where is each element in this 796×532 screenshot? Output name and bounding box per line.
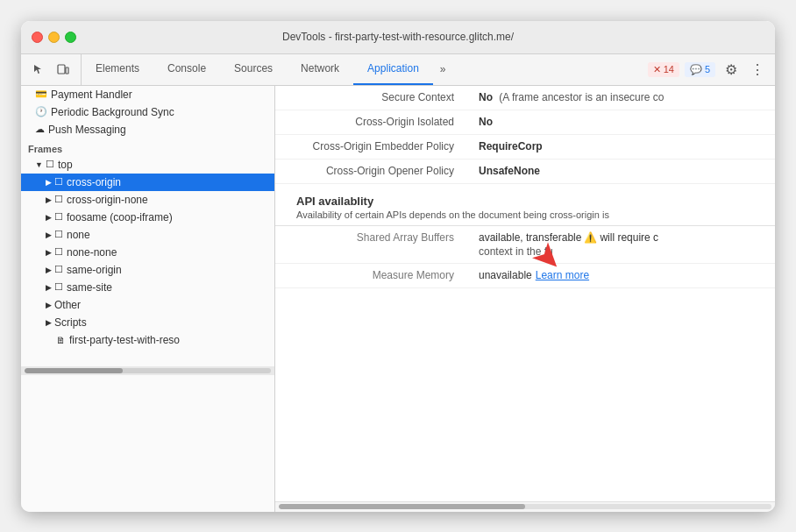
sidebar-item-same-site[interactable]: ▶ ☐ same-site bbox=[21, 279, 274, 296]
traffic-lights bbox=[32, 32, 76, 43]
info-badge[interactable]: 💬 5 bbox=[685, 62, 715, 77]
secure-context-val: No bbox=[479, 91, 493, 103]
tab-sources[interactable]: Sources bbox=[220, 54, 287, 85]
frame-icon-top: ☐ bbox=[46, 159, 54, 170]
payment-handler-icon: 💳 bbox=[35, 89, 47, 100]
measure-memory-value: unavailable bbox=[479, 269, 532, 281]
sidebar-item-label-push: Push Messaging bbox=[48, 124, 126, 136]
chevron-right-icon-3: ▶ bbox=[46, 213, 52, 222]
sidebar-item-push-messaging[interactable]: ☁ Push Messaging bbox=[21, 121, 274, 138]
api-section-title: API availablity bbox=[296, 195, 754, 208]
sidebar-item-other[interactable]: ▶ Other bbox=[21, 296, 274, 314]
shared-array-value-line1: available, transferable ⚠️ will require … bbox=[479, 231, 764, 244]
cross-origin-isolated-row: Cross-Origin Isolated No bbox=[275, 110, 775, 135]
frame-icon-none: ☐ bbox=[54, 229, 63, 240]
sidebar-scrollbar[interactable] bbox=[21, 366, 274, 375]
chevron-down-icon: ▼ bbox=[35, 160, 43, 169]
frames-section-header: Frames bbox=[21, 138, 274, 156]
sidebar-item-cross-origin[interactable]: ▶ ☐ cross-origin bbox=[21, 174, 274, 191]
learn-more-link[interactable]: Learn more bbox=[536, 269, 589, 281]
sidebar-label-none-none: none-none bbox=[67, 246, 117, 259]
coo-policy-value: UnsafeNone bbox=[468, 160, 775, 183]
sidebar-item-top[interactable]: ▼ ☐ top bbox=[21, 156, 274, 174]
toolbar-right: ✕ 14 💬 5 ⚙ ⋮ bbox=[641, 54, 775, 85]
frame-icon-same-origin: ☐ bbox=[54, 264, 63, 275]
sidebar-item-payment-handler[interactable]: 💳 Payment Handler bbox=[21, 86, 274, 103]
sidebar-item-none-none[interactable]: ▶ ☐ none-none bbox=[21, 244, 274, 261]
sidebar-item-label-payment: Payment Handler bbox=[51, 89, 132, 101]
frame-icon-none-none: ☐ bbox=[54, 246, 63, 258]
minimize-button[interactable] bbox=[48, 32, 60, 43]
sidebar-item-scripts[interactable]: ▶ Scripts bbox=[21, 314, 274, 331]
sidebar-label-none: none bbox=[67, 229, 90, 241]
shared-array-value-cell: available, transferable ⚠️ will require … bbox=[468, 226, 775, 263]
api-section-header: API availablity Availability of certain … bbox=[275, 184, 775, 226]
tab-elements[interactable]: Elements bbox=[82, 54, 153, 85]
sidebar-item-periodic-bg-sync[interactable]: 🕐 Periodic Background Sync bbox=[21, 103, 274, 121]
frame-icon-cross-origin: ☐ bbox=[54, 176, 63, 188]
info-icon: 💬 bbox=[690, 64, 702, 75]
settings-button[interactable]: ⚙ bbox=[721, 59, 742, 80]
device-icon[interactable] bbox=[53, 59, 74, 80]
cursor-icon[interactable] bbox=[28, 59, 49, 80]
sidebar-label-same-origin: same-origin bbox=[67, 264, 122, 276]
sidebar-label-co-none: cross-origin-none bbox=[67, 194, 148, 206]
sidebar: 💳 Payment Handler 🕐 Periodic Background … bbox=[21, 86, 275, 512]
sidebar-item-first-party[interactable]: 🗎 first-party-test-with-reso bbox=[21, 331, 274, 349]
api-section-desc: Availability of certain APIs depends on … bbox=[296, 209, 754, 220]
shared-array-label: Shared Array Buffers bbox=[275, 226, 468, 263]
titlebar: DevTools - first-party-test-with-resourc… bbox=[21, 21, 775, 54]
sidebar-label-other: Other bbox=[54, 299, 81, 311]
maximize-button[interactable] bbox=[65, 32, 76, 43]
menu-button[interactable]: ⋮ bbox=[747, 59, 768, 80]
scroll-track bbox=[279, 504, 771, 509]
content-scrollbar[interactable] bbox=[275, 501, 775, 512]
chevron-right-icon-5: ▶ bbox=[46, 248, 52, 257]
secure-context-note: (A frame ancestor is an insecure co bbox=[499, 91, 664, 103]
file-icon: 🗎 bbox=[56, 335, 66, 345]
sidebar-label-first-party: first-party-test-with-reso bbox=[69, 334, 180, 346]
error-badge[interactable]: ✕ 14 bbox=[648, 62, 679, 77]
toolbar: Elements Console Sources Network Applica… bbox=[21, 54, 775, 86]
content-panel: Secure Context No (A frame ancestor is a… bbox=[275, 86, 775, 512]
tab-application[interactable]: Application bbox=[353, 54, 433, 85]
sidebar-label-foosame: foosame (coop-iframe) bbox=[67, 211, 173, 223]
periodic-bg-sync-icon: 🕐 bbox=[35, 106, 47, 117]
info-count: 5 bbox=[705, 64, 710, 74]
sidebar-label-cross-origin: cross-origin bbox=[67, 176, 121, 188]
devtools-window: DevTools - first-party-test-with-resourc… bbox=[21, 21, 775, 512]
warning-icon: ⚠️ bbox=[584, 231, 597, 244]
more-tabs-button[interactable]: » bbox=[433, 54, 453, 85]
sidebar-item-cross-origin-none[interactable]: ▶ ☐ cross-origin-none bbox=[21, 191, 274, 209]
measure-memory-value-cell: unavailable Learn more bbox=[468, 264, 775, 287]
frame-icon-same-site: ☐ bbox=[54, 281, 63, 293]
tab-console[interactable]: Console bbox=[153, 54, 220, 85]
main-content: 💳 Payment Handler 🕐 Periodic Background … bbox=[21, 86, 775, 512]
measure-memory-content: unavailable Learn more bbox=[479, 269, 764, 281]
coe-policy-row: Cross-Origin Embedder Policy RequireCorp bbox=[275, 135, 775, 160]
coe-policy-value: RequireCorp bbox=[468, 135, 775, 159]
tab-network[interactable]: Network bbox=[287, 54, 353, 85]
coo-policy-row: Cross-Origin Opener Policy UnsafeNone bbox=[275, 160, 775, 184]
sidebar-item-none[interactable]: ▶ ☐ none bbox=[21, 226, 274, 244]
content-scroll-area[interactable]: Secure Context No (A frame ancestor is a… bbox=[275, 86, 775, 501]
error-icon: ✕ bbox=[653, 64, 661, 75]
sidebar-label-scripts: Scripts bbox=[54, 316, 87, 329]
chevron-right-icon-4: ▶ bbox=[46, 231, 52, 239]
svg-rect-0 bbox=[58, 65, 65, 74]
secure-context-row: Secure Context No (A frame ancestor is a… bbox=[275, 86, 775, 110]
shared-array-buffers-row: Shared Array Buffers available, transfer… bbox=[275, 226, 775, 264]
bottom-spacer bbox=[275, 288, 775, 323]
chevron-right-icon-other: ▶ bbox=[46, 301, 52, 309]
sidebar-item-foosame[interactable]: ▶ ☐ foosame (coop-iframe) bbox=[21, 209, 274, 226]
measure-memory-row: Measure Memory unavailable Learn more ➤ bbox=[275, 264, 775, 288]
shared-array-note: will require c bbox=[600, 231, 658, 244]
sidebar-item-same-origin[interactable]: ▶ ☐ same-origin bbox=[21, 261, 274, 279]
error-count: 14 bbox=[664, 64, 674, 74]
scroll-thumb bbox=[279, 504, 525, 509]
chevron-right-icon-2: ▶ bbox=[46, 195, 52, 204]
coe-policy-label: Cross-Origin Embedder Policy bbox=[275, 135, 468, 159]
chevron-right-icon-7: ▶ bbox=[46, 283, 52, 292]
close-button[interactable] bbox=[32, 32, 43, 43]
sidebar-scroll-thumb bbox=[25, 368, 123, 373]
